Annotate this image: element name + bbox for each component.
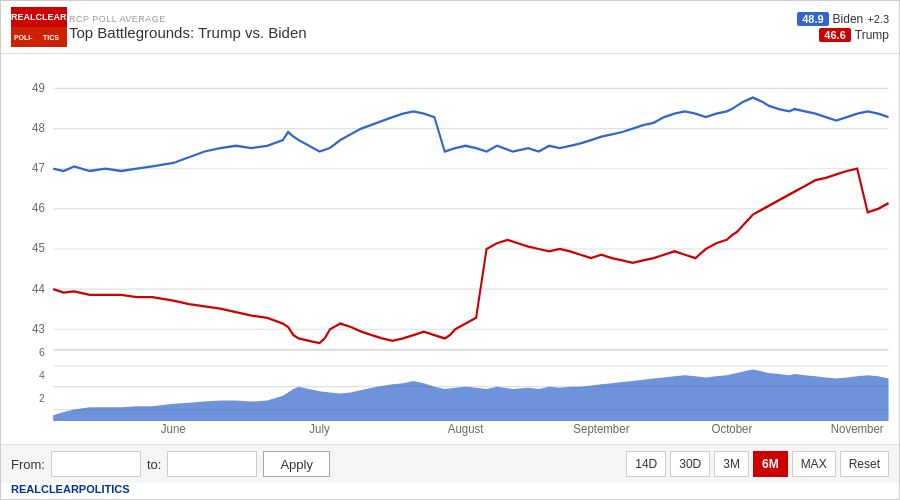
svg-text:47: 47 <box>32 161 45 176</box>
btn-reset[interactable]: Reset <box>840 451 889 477</box>
svg-text:2: 2 <box>39 391 45 404</box>
biden-change: +2.3 <box>867 13 889 25</box>
svg-text:46: 46 <box>32 201 45 216</box>
header: REAL CLEAR POLI- TICS RCP POLL AVERAGE T… <box>1 1 899 54</box>
svg-text:June: June <box>161 421 186 436</box>
header-text: RCP POLL AVERAGE Top Battlegrounds: Trum… <box>69 14 797 41</box>
svg-marker-27 <box>53 369 888 421</box>
svg-text:October: October <box>712 421 753 436</box>
svg-text:August: August <box>448 421 484 436</box>
legend: 48.9 Biden +2.3 46.6 Trump <box>797 12 889 42</box>
logo: REAL CLEAR POLI- TICS <box>11 7 59 47</box>
to-label: to: <box>147 457 161 472</box>
legend-biden: 48.9 Biden +2.3 <box>797 12 889 26</box>
from-label: From: <box>11 457 45 472</box>
rcp-label: RCP POLL AVERAGE <box>69 14 797 24</box>
svg-text:49: 49 <box>32 80 45 95</box>
svg-text:6: 6 <box>39 345 45 358</box>
logo-cell-3: POLI- <box>11 27 36 47</box>
logo-cell-1: REAL <box>11 7 36 27</box>
svg-text:July: July <box>309 421 329 436</box>
btn-6m[interactable]: 6M <box>753 451 788 477</box>
btn-14d[interactable]: 14D <box>626 451 666 477</box>
to-date-input[interactable] <box>167 451 257 477</box>
svg-text:November: November <box>831 421 884 436</box>
logo-cell-2: CLEAR <box>36 7 67 27</box>
logo-cell-4: TICS <box>36 27 67 47</box>
svg-text:September: September <box>573 421 629 436</box>
svg-text:48: 48 <box>32 120 45 135</box>
main-container: REAL CLEAR POLI- TICS RCP POLL AVERAGE T… <box>0 0 900 500</box>
svg-text:44: 44 <box>32 281 45 296</box>
chart-title: Top Battlegrounds: Trump vs. Biden <box>69 24 797 41</box>
biden-value: 48.9 <box>797 12 828 26</box>
svg-text:4: 4 <box>39 368 45 381</box>
trump-name: Trump <box>855 28 889 42</box>
date-range-controls: From: to: Apply <box>11 451 330 477</box>
btn-30d[interactable]: 30D <box>670 451 710 477</box>
controls-bar: From: to: Apply 14D 30D 3M 6M MAX Reset <box>1 444 899 483</box>
apply-button[interactable]: Apply <box>263 451 330 477</box>
chart-area: 49 48 47 46 45 44 43 6 4 2 June July Aug… <box>1 54 899 444</box>
from-date-input[interactable] <box>51 451 141 477</box>
btn-3m[interactable]: 3M <box>714 451 749 477</box>
biden-name: Biden <box>833 12 864 26</box>
svg-text:43: 43 <box>32 321 45 336</box>
footer-brand: REALCLEARPOLITICS <box>1 483 899 499</box>
legend-trump: 46.6 Trump <box>819 28 889 42</box>
svg-text:45: 45 <box>32 241 45 256</box>
chart-svg: 49 48 47 46 45 44 43 6 4 2 June July Aug… <box>1 54 899 444</box>
btn-max[interactable]: MAX <box>792 451 836 477</box>
trump-value: 46.6 <box>819 28 850 42</box>
time-range-buttons: 14D 30D 3M 6M MAX Reset <box>626 451 889 477</box>
